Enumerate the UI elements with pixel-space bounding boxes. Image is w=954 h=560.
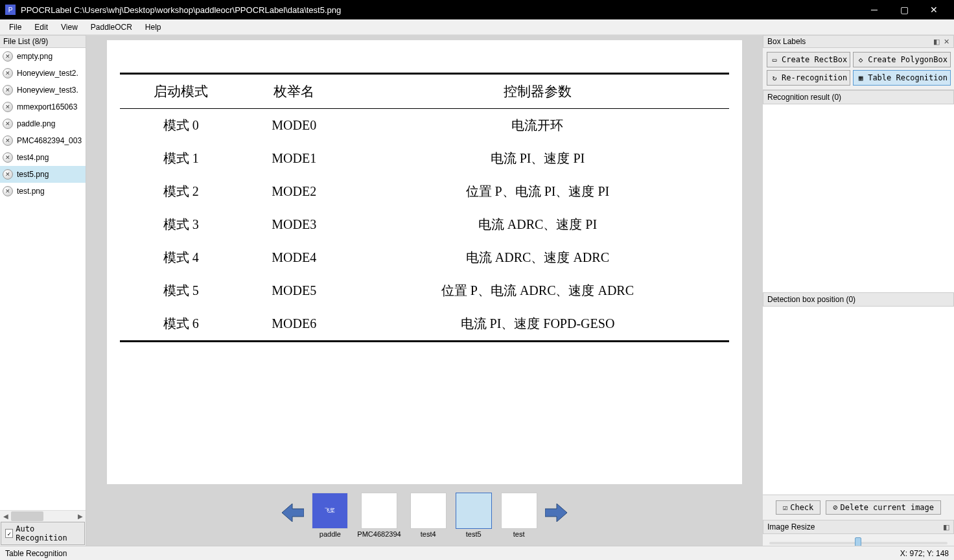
table-cell: 电流 ADRC、速度 ADRC xyxy=(346,241,729,274)
resize-slider[interactable] xyxy=(769,542,948,544)
file-item[interactable]: ✕test4.png xyxy=(0,149,86,166)
file-item-label: PMC4682394_003 xyxy=(17,136,82,145)
file-item-label: Honeyview_test3. xyxy=(17,86,78,95)
table-cell: MODE5 xyxy=(242,274,346,307)
table-cell: MODE1 xyxy=(242,142,346,175)
table-cell: 位置 P、电流 ADRC、速度 ADRC xyxy=(346,274,729,307)
polygon-icon: ◇ xyxy=(856,55,865,64)
table-cell: MODE6 xyxy=(242,307,346,342)
tool-buttons: ▭Create RectBox ◇Create PolygonBox ↻Re-r… xyxy=(763,48,954,90)
menu-paddleocr[interactable]: PaddleOCR xyxy=(84,21,139,34)
thumbnail-strip: 飞桨paddlePMC4682394test4test5test xyxy=(86,484,763,546)
file-status-icon: ✕ xyxy=(3,85,13,95)
scroll-left-icon[interactable]: ◀ xyxy=(0,511,11,522)
table-row: 模式 1MODE1电流 PI、速度 PI xyxy=(120,142,729,175)
file-item[interactable]: ✕PMC4682394_003 xyxy=(0,132,86,149)
thumbnail-label: paddle xyxy=(320,530,341,538)
table-cell: 模式 5 xyxy=(120,274,242,307)
table-cell: 模式 1 xyxy=(120,142,242,175)
thumbnail-image xyxy=(501,493,537,529)
thumbnail[interactable]: test5 xyxy=(456,493,492,538)
document-table: 启动模式枚举名控制器参数 模式 0MODE0电流开环模式 1MODE1电流 PI… xyxy=(120,73,729,342)
undock-icon[interactable]: ◧ xyxy=(933,38,940,46)
refresh-icon: ↻ xyxy=(770,73,779,82)
table-recognition-button[interactable]: ▦Table Recognition xyxy=(853,70,951,86)
scroll-thumb[interactable] xyxy=(11,511,43,521)
menu-help[interactable]: Help xyxy=(139,21,168,34)
statusbar: Table Recognition X: 972; Y: 148 xyxy=(0,546,954,560)
file-list-header: File List (8/9) xyxy=(0,35,86,48)
file-status-icon: ✕ xyxy=(3,102,13,112)
status-left: Table Recognition xyxy=(5,549,67,558)
window-title: PPOCRLabel C:\Users\whj\Desktop\workshop… xyxy=(21,5,859,15)
table-header-cell: 枚举名 xyxy=(242,74,346,109)
table-cell: 电流 ADRC、速度 PI xyxy=(346,208,729,241)
file-item[interactable]: ✕test.png xyxy=(0,183,86,200)
file-status-icon: ✕ xyxy=(3,68,13,78)
file-item[interactable]: ✕Honeyview_test3. xyxy=(0,82,86,99)
right-panel: Box Labels ◧ ✕ ▭Create RectBox ◇Create P… xyxy=(763,35,954,546)
thumbnail-image: 飞桨 xyxy=(312,493,348,529)
menubar: File Edit View PaddleOCR Help xyxy=(0,19,954,35)
scroll-right-icon[interactable]: ▶ xyxy=(75,511,86,522)
table-cell: 电流开环 xyxy=(346,109,729,143)
undock-resize-icon[interactable]: ◧ xyxy=(943,523,949,531)
resize-slider-thumb[interactable] xyxy=(855,537,861,546)
file-list-panel: File List (8/9) ✕empty.png✕Honeyview_tes… xyxy=(0,35,86,546)
thumbnail[interactable]: test4 xyxy=(410,493,447,538)
table-cell: MODE3 xyxy=(242,208,346,241)
create-rectbox-button[interactable]: ▭Create RectBox xyxy=(767,52,850,67)
next-image-arrow[interactable] xyxy=(545,503,567,527)
file-item[interactable]: ✕mmexport165063 xyxy=(0,99,86,115)
file-item[interactable]: ✕Honeyview_test2. xyxy=(0,65,86,82)
file-item[interactable]: ✕empty.png xyxy=(0,48,86,65)
close-button[interactable]: ✕ xyxy=(919,0,949,19)
table-header-cell: 控制器参数 xyxy=(346,74,729,109)
detection-position-title: Detection box position (0) xyxy=(767,295,855,304)
table-row: 模式 5MODE5位置 P、电流 ADRC、速度 ADRC xyxy=(120,274,729,307)
file-status-icon: ✕ xyxy=(3,135,13,146)
menu-edit[interactable]: Edit xyxy=(28,21,54,34)
maximize-button[interactable]: ▢ xyxy=(889,0,919,19)
recognition-result-title: Recognition result (0) xyxy=(767,93,841,102)
create-rectbox-label: Create RectBox xyxy=(782,55,847,64)
recognition-result-list[interactable] xyxy=(763,104,954,292)
box-labels-header: Box Labels ◧ ✕ xyxy=(763,35,954,48)
menu-view[interactable]: View xyxy=(54,21,84,34)
svg-marker-0 xyxy=(282,504,304,522)
check-label: Check xyxy=(790,503,813,512)
menu-file[interactable]: File xyxy=(3,21,28,34)
table-cell: 模式 4 xyxy=(120,241,242,274)
file-item-label: test5.png xyxy=(17,170,49,179)
re-recognition-label: Re-recognition xyxy=(782,73,847,82)
image-resize-title: Image Resize xyxy=(767,522,815,531)
table-header-cell: 启动模式 xyxy=(120,74,242,109)
detection-position-list[interactable] xyxy=(763,307,954,495)
check-button[interactable]: ☑Check xyxy=(776,500,820,515)
table-row: 模式 2MODE2位置 P、电流 PI、速度 PI xyxy=(120,175,729,208)
table-cell: MODE2 xyxy=(242,175,346,208)
file-item-label: paddle.png xyxy=(17,119,55,128)
table-cell: 模式 2 xyxy=(120,175,242,208)
delete-image-button[interactable]: ⊘Delete current image xyxy=(826,500,941,515)
file-list[interactable]: ✕empty.png✕Honeyview_test2.✕Honeyview_te… xyxy=(0,48,86,510)
prev-image-arrow[interactable] xyxy=(282,503,304,527)
delete-icon: ⊘ xyxy=(833,503,837,512)
file-item-label: test.png xyxy=(17,187,45,196)
rect-icon: ▭ xyxy=(770,55,779,64)
re-recognition-button[interactable]: ↻Re-recognition xyxy=(767,70,850,86)
file-item[interactable]: ✕test5.png xyxy=(0,166,86,183)
file-list-scrollbar[interactable]: ◀ ▶ xyxy=(0,510,86,521)
create-polygonbox-button[interactable]: ◇Create PolygonBox xyxy=(853,52,951,67)
close-panel-icon[interactable]: ✕ xyxy=(944,38,949,46)
thumbnail[interactable]: 飞桨paddle xyxy=(312,493,348,538)
file-item[interactable]: ✕paddle.png xyxy=(0,115,86,132)
auto-recognition-label: Auto Recognition xyxy=(16,524,80,542)
thumbnail-label: test5 xyxy=(466,530,482,538)
auto-recognition-button[interactable]: Auto Recognition xyxy=(1,522,85,545)
thumbnail[interactable]: PMC4682394 xyxy=(357,493,401,538)
thumbnail[interactable]: test xyxy=(501,493,537,538)
canvas-area[interactable]: 启动模式枚举名控制器参数 模式 0MODE0电流开环模式 1MODE1电流 PI… xyxy=(86,35,763,484)
thumbnail-label: PMC4682394 xyxy=(357,530,401,538)
minimize-button[interactable]: ─ xyxy=(859,0,889,19)
